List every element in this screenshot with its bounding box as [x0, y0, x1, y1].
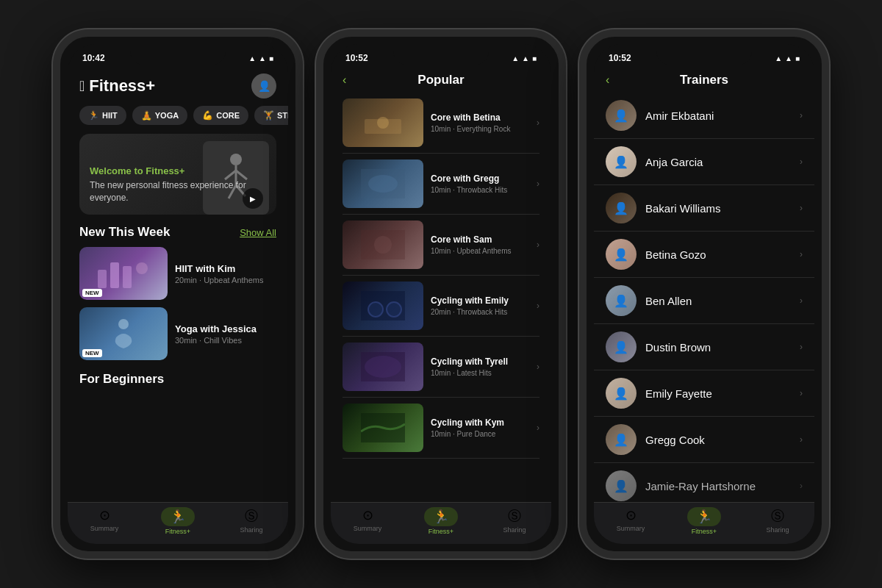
trainer-name-6: Emily Fayette: [645, 387, 791, 400]
trainer-avatar-4: 👤: [606, 285, 637, 316]
trainer-name-3: Betina Gozo: [645, 248, 791, 261]
time-1: 10:42: [82, 53, 105, 63]
trainer-chevron-5: ›: [800, 342, 803, 352]
popular-thumb-1: [343, 159, 423, 208]
trainer-item-6[interactable]: 👤 Emily Fayette ›: [594, 370, 814, 417]
popular-item-4[interactable]: Cycling with Tyrell 10min · Latest Hits …: [343, 337, 539, 398]
chip-yoga[interactable]: 🧘 YOGA: [132, 106, 187, 125]
battery-icon-3: ■: [795, 54, 800, 62]
svg-point-9: [136, 262, 148, 274]
popular-thumb-3: [343, 282, 423, 330]
trainer-avatar-5: 👤: [606, 331, 637, 362]
trainer-name-0: Amir Ekbatani: [645, 110, 791, 122]
tab-bar-3: ⊙ Summary 🏃 Fitness+ Ⓢ Sharing: [594, 502, 814, 544]
chip-hiit[interactable]: 🏃 HIIT: [79, 106, 126, 125]
wifi-icon-1: ▲: [259, 54, 266, 62]
trainer-avatar-1: 👤: [606, 146, 637, 177]
hiit-svg: [94, 255, 153, 292]
chevron-1: ›: [537, 179, 539, 189]
trainer-item-1[interactable]: 👤 Anja Garcia ›: [594, 139, 814, 185]
str-label: STR: [277, 111, 288, 120]
trainer-chevron-0: ›: [800, 110, 803, 121]
chip-str[interactable]: 🏋 STR: [254, 106, 288, 125]
tab-fitness-2[interactable]: 🏃 Fitness+: [404, 507, 478, 535]
show-all-link[interactable]: Show All: [240, 227, 276, 238]
sharing-icon-3: Ⓢ: [771, 507, 784, 525]
workout-card-yoga[interactable]: NEW Yoga with Jessica 30min · Chill Vibe…: [79, 307, 276, 360]
user-avatar[interactable]: 👤: [251, 74, 276, 98]
welcome-desc: The new personal fitness experience for …: [90, 179, 266, 204]
popular-item-1[interactable]: Core with Gregg 10min · Throwback Hits ›: [343, 154, 539, 215]
summary-icon-1: ⊙: [99, 507, 110, 523]
sharing-icon-1: Ⓢ: [245, 507, 258, 525]
chevron-0: ›: [537, 118, 539, 128]
back-button-2[interactable]: ‹: [343, 74, 346, 87]
tab-summary-3[interactable]: ⊙ Summary: [594, 507, 667, 535]
popular-sub-3: 20min · Throwback Hits: [431, 308, 529, 316]
s1-header:  Fitness+ 👤: [68, 68, 288, 106]
fitness-icon-2: 🏃: [424, 507, 458, 526]
tab-summary-2[interactable]: ⊙ Summary: [331, 507, 404, 535]
yoga-card-info: Yoga with Jessica 30min · Chill Vibes: [175, 323, 276, 345]
tab-sharing-1[interactable]: Ⓢ Sharing: [215, 507, 288, 535]
svg-rect-6: [98, 270, 107, 288]
chip-core[interactable]: 💪 CORE: [193, 106, 248, 125]
battery-icon-2: ■: [532, 54, 537, 62]
popular-thumb-inner-0: [343, 98, 423, 147]
tab-sharing-2[interactable]: Ⓢ Sharing: [478, 507, 551, 535]
trainer-chevron-1: ›: [800, 157, 803, 167]
trainer-chevron-3: ›: [800, 249, 803, 259]
svg-point-0: [230, 154, 242, 165]
s2-nav: ‹ Popular: [331, 68, 551, 93]
back-button-3[interactable]: ‹: [606, 74, 609, 87]
yoga-card-title: Yoga with Jessica: [175, 323, 276, 334]
trainer-name-2: Bakari Williams: [645, 202, 791, 215]
hiit-card-title: HIIT with Kim: [175, 263, 276, 274]
trainer-item-4[interactable]: 👤 Ben Allen ›: [594, 278, 814, 324]
popular-item-2[interactable]: Core with Sam 10min · Upbeat Anthems ›: [343, 215, 539, 276]
popular-sub-1: 10min · Throwback Hits: [431, 186, 529, 194]
fitness-label-3: Fitness+: [692, 528, 717, 535]
fitness-label-1: Fitness+: [165, 528, 190, 535]
popular-info-5: Cycling with Kym 10min · Pure Dance: [431, 417, 529, 439]
welcome-banner[interactable]: Welcome to Fitness+ The new personal fit…: [79, 134, 276, 215]
popular-thumb-2: [343, 220, 423, 269]
hiit-thumbnail: NEW: [79, 247, 168, 300]
trainer-item-7[interactable]: 👤 Gregg Cook ›: [594, 417, 814, 463]
trainer-chevron-6: ›: [800, 388, 803, 398]
popular-item-0[interactable]: Core with Betina 10min · Everything Rock…: [343, 93, 539, 154]
trainer-item-8[interactable]: 👤 Jamie-Ray Hartshorne ›: [594, 463, 814, 502]
popular-thumb-0: [343, 98, 423, 147]
core-label: CORE: [216, 111, 240, 120]
tab-fitness-3[interactable]: 🏃 Fitness+: [667, 507, 741, 535]
status-icons-1: ▲ ▲ ■: [248, 54, 273, 62]
popular-title-5: Cycling with Kym: [431, 417, 529, 429]
screen-content-2: ‹ Popular: [331, 68, 551, 544]
yoga-thumbnail: NEW: [79, 307, 168, 360]
trainer-item-3[interactable]: 👤 Betina Gozo ›: [594, 232, 814, 278]
sharing-label-1: Sharing: [240, 526, 262, 534]
apple-icon: : [79, 78, 85, 95]
tab-fitness-1[interactable]: 🏃 Fitness+: [141, 507, 215, 535]
trainer-chevron-7: ›: [800, 434, 803, 445]
trainer-chevron-4: ›: [800, 295, 803, 306]
popular-item-5[interactable]: Cycling with Kym 10min · Pure Dance ›: [343, 398, 539, 459]
trainer-item-0[interactable]: 👤 Amir Ekbatani ›: [594, 93, 814, 139]
popular-thumb-inner-2: [343, 220, 423, 269]
signal-icon-2: ▲: [512, 54, 519, 62]
s3-nav: ‹ Trainers: [594, 68, 814, 93]
status-icons-2: ▲ ▲ ■: [512, 54, 537, 62]
trainer-item-5[interactable]: 👤 Dustin Brown ›: [594, 324, 814, 370]
summary-icon-2: ⊙: [362, 507, 373, 523]
summary-label-3: Summary: [617, 525, 645, 532]
tab-sharing-3[interactable]: Ⓢ Sharing: [741, 507, 814, 535]
tab-summary-1[interactable]: ⊙ Summary: [68, 507, 141, 535]
chevron-5: ›: [537, 423, 539, 433]
popular-item-3[interactable]: Cycling with Emily 20min · Throwback Hit…: [343, 276, 539, 337]
svg-point-16: [374, 236, 392, 254]
svg-point-18: [368, 302, 383, 317]
trainer-item-2[interactable]: 👤 Bakari Williams ›: [594, 185, 814, 232]
popular-info-0: Core with Betina 10min · Everything Rock: [431, 112, 529, 134]
popular-thumb-5: [343, 404, 423, 452]
workout-card-hiit[interactable]: NEW HIIT with Kim 20min · Upbeat Anthems: [79, 247, 276, 300]
